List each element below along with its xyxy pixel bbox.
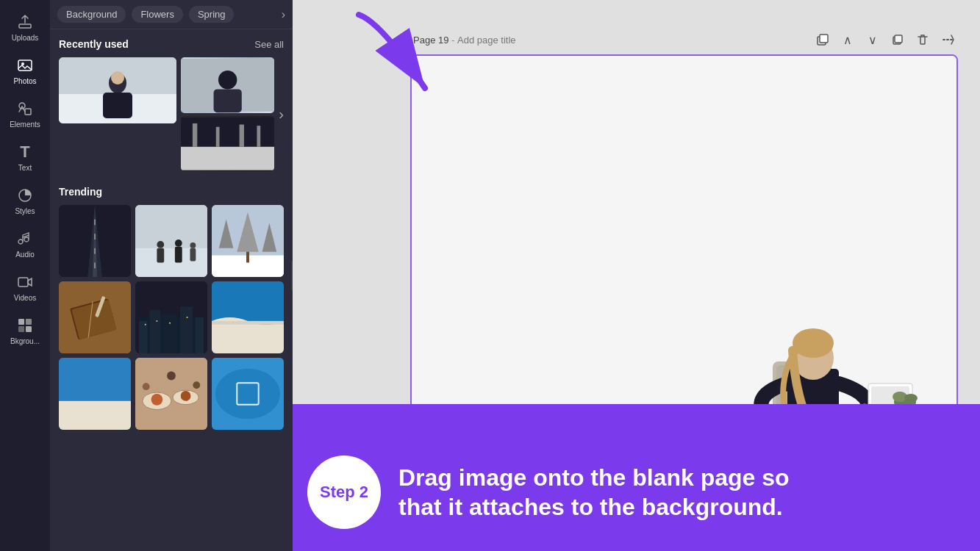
trending-photo-9[interactable] <box>212 358 284 430</box>
tab-background[interactable]: Background <box>57 6 126 23</box>
tab-scroll-right-icon[interactable]: › <box>282 8 285 21</box>
page-title-input[interactable] <box>457 35 568 46</box>
sidebar-item-elements[interactable]: Elements <box>0 93 50 136</box>
trending-photo-8[interactable] <box>135 358 207 430</box>
elements-icon <box>16 100 34 118</box>
svg-rect-63 <box>212 281 284 321</box>
page-label: Page 19 - <box>413 35 808 46</box>
svg-rect-37 <box>175 247 182 263</box>
svg-rect-39 <box>190 248 196 262</box>
sidebar-item-backgrounds[interactable]: Bkgrou... <box>0 309 50 353</box>
svg-rect-53 <box>139 321 148 353</box>
svg-point-36 <box>175 240 182 247</box>
recently-used-grid: › <box>59 57 284 171</box>
recent-photo-main[interactable] <box>59 57 176 123</box>
svg-rect-11 <box>18 326 24 332</box>
sidebar-item-styles[interactable]: Styles <box>0 179 50 223</box>
trending-grid <box>59 205 284 430</box>
sidebar-label-styles: Styles <box>15 207 35 215</box>
svg-rect-54 <box>150 310 161 353</box>
svg-point-91 <box>793 328 834 358</box>
svg-rect-35 <box>157 248 164 263</box>
audio-icon <box>16 230 34 248</box>
svg-rect-12 <box>26 326 32 332</box>
sidebar-item-text[interactable]: T Text <box>0 136 50 179</box>
svg-rect-55 <box>162 314 177 353</box>
svg-rect-31 <box>94 263 96 269</box>
svg-point-17 <box>111 71 124 84</box>
instruction-text: Drag image onto the blank page so that i… <box>398 463 790 522</box>
svg-point-75 <box>193 382 200 389</box>
svg-point-97 <box>904 394 918 403</box>
sidebar-item-uploads[interactable]: Uploads <box>0 6 50 49</box>
svg-rect-56 <box>180 307 193 354</box>
trending-photo-1[interactable] <box>59 205 131 277</box>
svg-rect-25 <box>240 124 244 146</box>
trending-photo-5[interactable] <box>135 281 207 353</box>
svg-rect-81 <box>820 35 828 43</box>
svg-point-6 <box>18 240 23 244</box>
tab-spring[interactable]: Spring <box>189 6 235 23</box>
svg-point-71 <box>151 394 163 406</box>
tab-flowers[interactable]: Flowers <box>132 6 183 23</box>
page-move-down-button[interactable]: ∨ <box>862 29 883 50</box>
see-all-link[interactable]: See all <box>254 39 284 50</box>
svg-point-59 <box>156 320 157 322</box>
svg-rect-28 <box>94 220 96 226</box>
trending-photo-3[interactable] <box>212 205 284 277</box>
sidebar-item-photos[interactable]: Photos <box>0 49 50 93</box>
panel-content: Recently used See all <box>50 29 293 551</box>
svg-rect-30 <box>94 248 96 254</box>
sidebar-label-uploads: Uploads <box>12 34 39 42</box>
panel-tabs: Background Flowers Spring › <box>50 0 293 29</box>
recent-small-col <box>181 57 274 171</box>
instruction-line1: Drag image onto the blank page so <box>398 463 790 492</box>
bottom-instruction-section: Step 2 Drag image onto the blank page so… <box>293 404 980 551</box>
text-icon: T <box>16 143 34 161</box>
instruction-content: Step 2 Drag image onto the blank page so… <box>293 433 980 551</box>
step-badge: Step 2 <box>307 455 381 529</box>
sidebar-item-videos[interactable]: Videos <box>0 266 50 309</box>
recent-scroll-right-icon[interactable]: › <box>279 57 284 171</box>
sidebar: Uploads Photos Elements T Text <box>0 0 50 551</box>
svg-rect-0 <box>19 24 31 28</box>
main-canvas-area: Page 19 - ∧ ∨ <box>293 0 980 551</box>
svg-point-58 <box>145 324 146 325</box>
videos-icon <box>16 273 34 291</box>
page-move-up-button[interactable]: ∧ <box>837 29 858 50</box>
recent-photo-small-2[interactable] <box>181 116 274 172</box>
svg-rect-8 <box>18 278 28 287</box>
trending-photo-4[interactable] <box>59 281 131 353</box>
svg-rect-33 <box>135 248 207 277</box>
backgrounds-icon <box>16 317 34 334</box>
svg-rect-20 <box>214 89 242 112</box>
panel-collapse-handle[interactable]: < <box>291 261 293 290</box>
svg-rect-45 <box>246 252 249 263</box>
recent-photo-small-1[interactable] <box>181 57 274 113</box>
arrow-annotation <box>337 7 454 113</box>
svg-rect-66 <box>59 358 131 401</box>
page-delete-button[interactable] <box>912 29 933 50</box>
trending-photo-7[interactable] <box>59 358 131 430</box>
svg-point-72 <box>181 391 191 401</box>
svg-rect-24 <box>216 126 220 146</box>
svg-rect-67 <box>59 401 131 430</box>
trending-photo-6[interactable] <box>212 281 284 353</box>
trending-section-header: Trending <box>59 186 284 198</box>
svg-point-38 <box>190 242 196 248</box>
page-more-button[interactable] <box>937 29 958 50</box>
page-duplicate-button[interactable] <box>812 29 833 50</box>
recently-used-title: Recently used <box>59 38 129 50</box>
trending-photo-2[interactable] <box>135 205 207 277</box>
uploads-icon <box>16 13 34 31</box>
sidebar-item-audio[interactable]: Audio <box>0 223 50 266</box>
svg-rect-10 <box>26 319 32 325</box>
svg-rect-9 <box>18 319 24 325</box>
svg-rect-16 <box>103 93 132 118</box>
sidebar-label-videos: Videos <box>14 294 36 302</box>
svg-point-77 <box>215 369 280 419</box>
photos-icon <box>16 57 34 74</box>
page-copy-button[interactable] <box>887 29 908 50</box>
sidebar-label-elements: Elements <box>10 120 40 129</box>
sidebar-label-text: Text <box>18 164 32 172</box>
